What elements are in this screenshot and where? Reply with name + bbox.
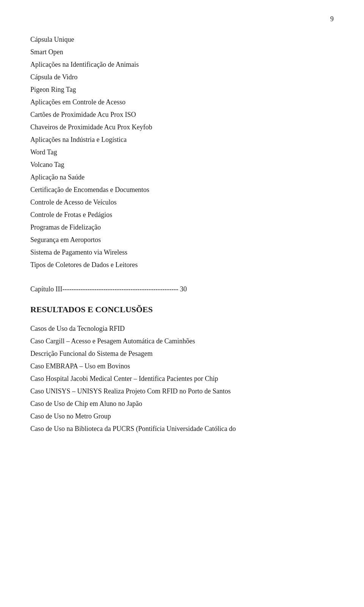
list-item: Word Tag <box>30 147 334 157</box>
list-item: Cartões de Proximidade Acu Prox ISO <box>30 110 334 120</box>
list-item: Sistema de Pagamento via Wireless <box>30 247 334 258</box>
sub-list-item: Caso Cargill – Acesso e Pesagem Automáti… <box>30 336 334 346</box>
chapter-line: Capítulo III----------------------------… <box>30 285 334 293</box>
sub-list-item: Descrição Funcional do Sistema de Pesage… <box>30 349 334 359</box>
list-item: Aplicação na Saúde <box>30 172 334 182</box>
list-item: Cápsula Unique <box>30 35 334 45</box>
list-item: Certificação de Encomendas e Documentos <box>30 185 334 195</box>
sub-list-item: Caso Hospital Jacobi Medical Center – Id… <box>30 374 334 384</box>
list-item: Controle de Acesso de Veículos <box>30 197 334 208</box>
sub-list-item: Caso de Uso no Metro Group <box>30 411 334 421</box>
list-item: Aplicações em Controle de Acesso <box>30 97 334 107</box>
list-item: Aplicações na Indústria e Logística <box>30 135 334 145</box>
main-list: Cápsula UniqueSmart OpenAplicações na Id… <box>30 35 334 270</box>
page-number: 9 <box>30 15 334 23</box>
sub-list-item: Caso de Uso de Chip em Aluno no Japão <box>30 399 334 409</box>
list-item: Aplicações na Identificação de Animais <box>30 60 334 70</box>
list-item: Programas de Fidelização <box>30 222 334 233</box>
sub-list-item: Caso UNISYS – UNISYS Realiza Projeto Com… <box>30 386 334 396</box>
list-item: Cápsula de Vidro <box>30 72 334 82</box>
list-item: Smart Open <box>30 47 334 57</box>
list-item: Segurança em Aeroportos <box>30 235 334 245</box>
section-title: RESULTADOS E CONCLUSÕES <box>30 305 334 315</box>
sub-list-item: Caso EMBRAPA – Uso em Bovinos <box>30 361 334 371</box>
list-item: Volcano Tag <box>30 160 334 170</box>
sub-list-item: Caso de Uso na Biblioteca da PUCRS (Pont… <box>30 424 334 434</box>
list-item: Pigeon Ring Tag <box>30 85 334 95</box>
sub-list: Casos de Uso da Tecnologia RFIDCaso Carg… <box>30 324 334 434</box>
list-item: Tipos de Coletores de Dados e Leitores <box>30 260 334 270</box>
sub-list-item: Casos de Uso da Tecnologia RFID <box>30 324 334 334</box>
list-item: Chaveiros de Proximidade Acu Prox Keyfob <box>30 122 334 132</box>
list-item: Controle de Frotas e Pedágios <box>30 210 334 220</box>
